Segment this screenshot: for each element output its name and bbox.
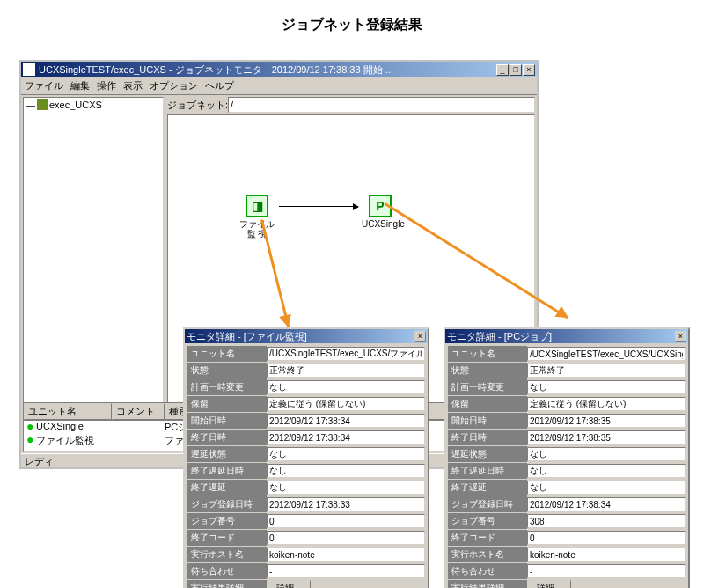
label-job-reg-time: ジョブ登録日時 bbox=[448, 496, 527, 512]
label-result-detail: 実行結果詳細 bbox=[187, 580, 267, 588]
field-unit-name[interactable] bbox=[527, 347, 686, 361]
flow-arrow bbox=[279, 206, 358, 207]
menu-edit[interactable]: 編集 bbox=[70, 79, 90, 92]
minimize-button[interactable]: _ bbox=[496, 64, 509, 76]
label-start-time: 開始日時 bbox=[187, 413, 267, 429]
node-ucxsingle[interactable]: P UCXSingle bbox=[362, 195, 399, 229]
window-titlebar[interactable]: UCXSingleTEST/exec_UCXS - ジョブネットモニタ 2012… bbox=[21, 62, 537, 77]
node-ucxsingle-label: UCXSingle bbox=[362, 219, 399, 229]
tree-root-item[interactable]: — exec_UCXS bbox=[26, 99, 161, 110]
detail-button[interactable]: 詳細... bbox=[267, 580, 311, 588]
tree-panel[interactable]: — exec_UCXS bbox=[23, 97, 164, 451]
label-hold: 保留 bbox=[448, 396, 527, 412]
menu-view[interactable]: 表示 bbox=[123, 79, 143, 92]
dialog-title: モニタ詳細 - [ファイル監視] bbox=[187, 330, 414, 343]
field-wait[interactable] bbox=[267, 564, 425, 578]
close-button[interactable]: × bbox=[523, 64, 535, 76]
maximize-button[interactable]: □ bbox=[510, 64, 522, 76]
field-plan-change[interactable] bbox=[527, 380, 686, 394]
label-end-delay-time: 終了遅延日時 bbox=[448, 463, 527, 479]
field-hold[interactable] bbox=[267, 397, 425, 411]
field-end-delay[interactable] bbox=[267, 481, 425, 495]
label-state: 状態 bbox=[187, 363, 267, 379]
cell-comment bbox=[112, 434, 165, 447]
label-end-time: 終了日時 bbox=[448, 430, 527, 445]
grid-header-unit[interactable]: ユニット名 bbox=[24, 403, 112, 420]
label-plan-change: 計画一時変更 bbox=[187, 379, 267, 395]
label-exit-code: 終了コード bbox=[448, 530, 527, 546]
menu-option[interactable]: オプション bbox=[150, 79, 198, 92]
menu-file[interactable]: ファイル bbox=[25, 79, 63, 92]
field-hold[interactable] bbox=[527, 397, 686, 411]
app-icon bbox=[23, 63, 35, 76]
field-wait[interactable] bbox=[527, 564, 686, 578]
field-end-delay-time[interactable] bbox=[267, 464, 425, 478]
label-end-delay-time: 終了遅延日時 bbox=[187, 463, 267, 479]
cell-unit: ファイル監視 bbox=[34, 434, 112, 447]
field-exec-host[interactable] bbox=[267, 548, 425, 562]
page-title: ジョブネット登録結果 bbox=[0, 0, 704, 43]
label-hold: 保留 bbox=[187, 396, 267, 412]
node-file-watch-label: ファイル監 視 bbox=[238, 219, 275, 239]
file-watch-icon: ◨ bbox=[246, 195, 268, 217]
cell-unit: UCXSingle bbox=[34, 421, 112, 434]
field-job-reg-time[interactable] bbox=[267, 497, 425, 511]
close-icon[interactable]: × bbox=[675, 331, 686, 342]
field-end-delay[interactable] bbox=[527, 481, 686, 495]
field-delay-state[interactable] bbox=[527, 447, 686, 461]
label-job-num: ジョブ番号 bbox=[448, 513, 527, 529]
dialog-titlebar[interactable]: モニタ詳細 - [ファイル監視] × bbox=[185, 329, 428, 343]
field-delay-state[interactable] bbox=[267, 447, 425, 461]
label-exit-code: 終了コード bbox=[187, 530, 267, 546]
field-end-time[interactable] bbox=[527, 430, 686, 445]
label-exec-host: 実行ホスト名 bbox=[448, 547, 527, 562]
field-exec-host[interactable] bbox=[527, 548, 686, 562]
field-end-time[interactable] bbox=[267, 430, 425, 445]
label-delay-state: 遅延状態 bbox=[187, 446, 267, 462]
label-job-num: ジョブ番号 bbox=[187, 513, 267, 529]
field-job-num[interactable] bbox=[527, 514, 686, 528]
field-exit-code[interactable] bbox=[527, 531, 686, 545]
label-state: 状態 bbox=[448, 363, 527, 379]
jobnet-path-input[interactable] bbox=[228, 97, 535, 113]
field-start-time[interactable] bbox=[267, 414, 425, 428]
dialog-titlebar[interactable]: モニタ詳細 - [PCジョブ] × bbox=[445, 329, 688, 343]
field-state[interactable] bbox=[267, 364, 425, 378]
label-delay-state: 遅延状態 bbox=[448, 446, 527, 462]
label-start-time: 開始日時 bbox=[448, 413, 527, 429]
window-title: UCXSingleTEST/exec_UCXS - ジョブネットモニタ 2012… bbox=[39, 63, 496, 77]
monitor-detail-dialog-filewatch: モニタ詳細 - [ファイル監視] × ユニット名 状態 計画一時変更 保留 開始… bbox=[183, 327, 429, 588]
field-unit-name[interactable] bbox=[267, 347, 425, 361]
label-unit-name: ユニット名 bbox=[448, 346, 527, 362]
jobnet-icon bbox=[37, 99, 48, 110]
field-end-delay-time[interactable] bbox=[527, 464, 686, 478]
close-icon[interactable]: × bbox=[414, 331, 426, 342]
field-exit-code[interactable] bbox=[267, 531, 425, 545]
dialog-title: モニタ詳細 - [PCジョブ] bbox=[447, 330, 675, 343]
detail-button[interactable]: 詳細... bbox=[527, 580, 571, 588]
label-unit-name: ユニット名 bbox=[187, 346, 267, 362]
label-job-reg-time: ジョブ登録日時 bbox=[187, 496, 267, 512]
jobnet-label: ジョブネット: bbox=[167, 99, 228, 112]
label-result-detail: 実行結果詳細 bbox=[448, 580, 527, 588]
field-plan-change[interactable] bbox=[267, 380, 425, 394]
label-end-delay: 終了遅延 bbox=[187, 480, 267, 496]
label-exec-host: 実行ホスト名 bbox=[187, 547, 267, 562]
status-dot-icon: ● bbox=[24, 434, 34, 447]
label-end-time: 終了日時 bbox=[187, 430, 267, 445]
field-job-reg-time[interactable] bbox=[527, 497, 686, 511]
field-start-time[interactable] bbox=[527, 414, 686, 428]
tree-root-label: exec_UCXS bbox=[49, 99, 102, 110]
menubar: ファイル 編集 操作 表示 オプション ヘルプ bbox=[21, 77, 537, 95]
grid-header-comment[interactable]: コメント bbox=[112, 403, 165, 420]
tree-connector: — bbox=[26, 99, 35, 110]
menu-help[interactable]: ヘルプ bbox=[205, 79, 234, 92]
menu-operate[interactable]: 操作 bbox=[97, 79, 116, 92]
label-plan-change: 計画一時変更 bbox=[448, 379, 527, 395]
label-wait: 待ち合わせ bbox=[187, 563, 267, 579]
node-file-watch[interactable]: ◨ ファイル監 視 bbox=[238, 195, 275, 239]
monitor-detail-dialog-pcjob: モニタ詳細 - [PCジョブ] × ユニット名 状態 計画一時変更 保留 開始日… bbox=[444, 327, 690, 588]
cell-comment bbox=[112, 421, 165, 434]
field-job-num[interactable] bbox=[267, 514, 425, 528]
field-state[interactable] bbox=[527, 364, 686, 378]
